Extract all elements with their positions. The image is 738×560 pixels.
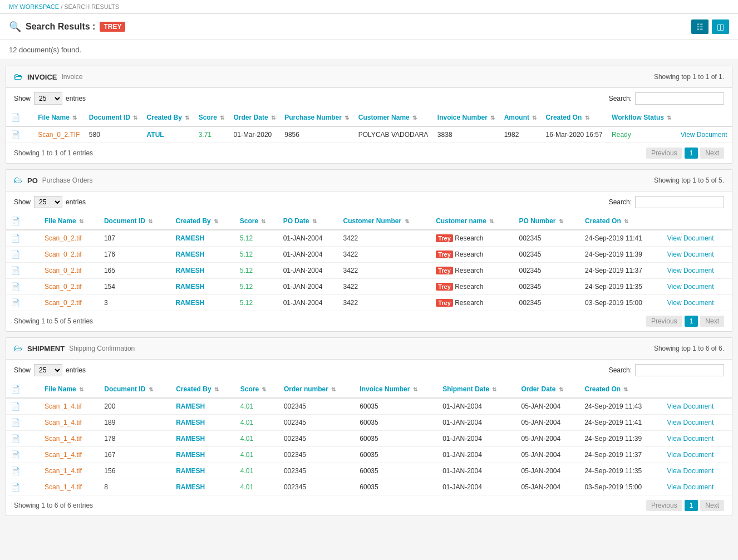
invoice-col-docid[interactable]: Document ID ⇅: [85, 109, 142, 126]
shipment-view-doc-link[interactable]: View Document: [667, 402, 714, 410]
po-file-link[interactable]: Scan_0_2.tif: [45, 283, 82, 291]
po-col-createdby[interactable]: Created By ⇅: [171, 213, 235, 230]
po-view-doc-link[interactable]: View Document: [667, 250, 714, 258]
po-createdby-link[interactable]: RAMESH: [175, 283, 204, 291]
invoice-col-amount[interactable]: Amount ⇅: [500, 109, 542, 126]
po-file-link[interactable]: Scan_0_2.tif: [45, 250, 82, 258]
shipment-file-link[interactable]: Scan_1_4.tif: [45, 419, 82, 426]
po-col-docid[interactable]: Document ID ⇅: [100, 213, 171, 230]
po-createdby-link[interactable]: RAMESH: [175, 267, 204, 274]
list-view-button[interactable]: ◫: [712, 19, 729, 34]
po-entries-select[interactable]: 2550100: [34, 196, 62, 208]
po-col-customername[interactable]: Customer name ⇅: [431, 213, 514, 230]
invoice-search-input[interactable]: [635, 92, 724, 105]
po-row-podate: 01-JAN-2004: [279, 263, 339, 279]
po-view-doc-link[interactable]: View Document: [667, 283, 714, 291]
shipment-col-createdby[interactable]: Created By ⇅: [171, 381, 236, 398]
po-createdby-link[interactable]: RAMESH: [175, 234, 204, 242]
invoice-col-createdby[interactable]: Created By ⇅: [142, 109, 194, 126]
invoice-col-purchasenum[interactable]: Purchase Number ⇅: [280, 109, 354, 126]
shipment-createdby-link[interactable]: RAMESH: [176, 419, 205, 426]
invoice-table-row: 📄 Scan_0_2.TIF 580 ATUL 3.71 01-Mar-2020…: [6, 126, 732, 143]
po-view-doc-link[interactable]: View Document: [667, 234, 714, 242]
shipment-col-ordernum[interactable]: Order number ⇅: [279, 381, 355, 398]
po-col-podate[interactable]: PO Date ⇅: [279, 213, 339, 230]
po-col-filename[interactable]: File Name ⇅: [40, 213, 100, 230]
po-page-1-btn[interactable]: 1: [685, 316, 698, 327]
po-col-score[interactable]: Score ⇅: [235, 213, 279, 230]
shipment-col-invoicenum[interactable]: Invoice Number ⇅: [355, 381, 438, 398]
shipment-col-docid[interactable]: Document ID ⇅: [100, 381, 171, 398]
shipment-createdby-link[interactable]: RAMESH: [176, 435, 205, 443]
invoice-doc-type: INVOICE: [27, 73, 57, 81]
invoice-section-title: 🗁 INVOICE Invoice: [14, 72, 83, 82]
po-next-btn[interactable]: Next: [700, 316, 724, 327]
shipment-col-createdon[interactable]: Created On ⇅: [580, 381, 662, 398]
shipment-file-link[interactable]: Scan_1_4.tif: [45, 435, 82, 443]
shipment-col-shipmentdate[interactable]: Shipment Date ⇅: [438, 381, 516, 398]
shipment-view-doc-link[interactable]: View Document: [667, 483, 714, 491]
shipment-entries-select[interactable]: 2550100: [34, 364, 62, 376]
po-row-docid: 176: [100, 247, 171, 263]
shipment-view-doc-link[interactable]: View Document: [667, 419, 714, 426]
invoice-file-link[interactable]: Scan_0_2.TIF: [38, 131, 80, 139]
invoice-col-createdon[interactable]: Created On ⇅: [542, 109, 608, 126]
shipment-file-link[interactable]: Scan_1_4.tif: [45, 467, 82, 475]
shipment-view-doc-link[interactable]: View Document: [667, 467, 714, 475]
shipment-col-orderdate[interactable]: Order Date ⇅: [516, 381, 580, 398]
shipment-createdby-link[interactable]: RAMESH: [176, 451, 205, 459]
grid-view-button[interactable]: ☷: [691, 19, 709, 34]
po-col-createdon[interactable]: Created On ⇅: [580, 213, 663, 230]
invoice-view-doc-link[interactable]: View Document: [681, 131, 727, 139]
po-row-filename: Scan_0_2.tif: [40, 247, 100, 263]
shipment-createdby-link[interactable]: RAMESH: [176, 402, 205, 410]
invoice-prev-btn[interactable]: Previous: [646, 148, 682, 159]
po-file-link[interactable]: Scan_0_2.tif: [45, 234, 82, 242]
shipment-createdby-link[interactable]: RAMESH: [176, 467, 205, 475]
breadcrumb: MY WORKSPACE / SEARCH RESULTS: [0, 0, 738, 14]
breadcrumb-workspace[interactable]: MY WORKSPACE: [9, 3, 59, 10]
invoice-col-orderdate[interactable]: Order Date ⇅: [229, 109, 281, 126]
invoice-col-customername[interactable]: Customer Name ⇅: [354, 109, 433, 126]
shipment-row-createdby: RAMESH: [171, 398, 236, 415]
po-col-ponum[interactable]: PO Number ⇅: [514, 213, 580, 230]
po-row-filename: Scan_0_2.tif: [40, 295, 100, 311]
shipment-page-1-btn[interactable]: 1: [685, 500, 698, 511]
po-file-link[interactable]: Scan_0_2.tif: [45, 267, 82, 274]
invoice-col-score[interactable]: Score ⇅: [194, 109, 229, 126]
invoice-entries-select[interactable]: 2550100: [34, 92, 62, 105]
shipment-next-btn[interactable]: Next: [700, 500, 724, 511]
shipment-view-doc-link[interactable]: View Document: [667, 451, 714, 459]
shipment-row-filename: Scan_1_4.tif: [40, 415, 100, 431]
invoice-col-icon[interactable]: 📄: [6, 109, 24, 126]
po-row-customernum: 3422: [339, 263, 432, 279]
po-file-link[interactable]: Scan_0_2.tif: [45, 299, 82, 307]
breadcrumb-current: SEARCH RESULTS: [64, 3, 119, 10]
invoice-col-invoicenum[interactable]: Invoice Number ⇅: [433, 109, 500, 126]
shipment-file-link[interactable]: Scan_1_4.tif: [45, 451, 82, 459]
shipment-col-score[interactable]: Score ⇅: [236, 381, 279, 398]
po-col-customernum[interactable]: Customer Number ⇅: [339, 213, 432, 230]
po-prev-btn[interactable]: Previous: [646, 316, 682, 327]
shipment-file-link[interactable]: Scan_1_4.tif: [45, 402, 82, 410]
po-view-doc-link[interactable]: View Document: [667, 299, 714, 307]
invoice-page-1-btn[interactable]: 1: [685, 148, 698, 159]
po-createdby-link[interactable]: RAMESH: [175, 250, 204, 258]
invoice-next-btn[interactable]: Next: [700, 148, 724, 159]
po-search-input[interactable]: [635, 196, 724, 208]
invoice-createdby-link[interactable]: ATUL: [147, 131, 164, 139]
po-view-doc-link[interactable]: View Document: [667, 267, 714, 274]
po-createdby-link[interactable]: RAMESH: [175, 299, 204, 307]
shipment-createdby-link[interactable]: RAMESH: [176, 483, 205, 491]
shipment-row-icon: 📄: [6, 431, 29, 447]
invoice-col-filename[interactable]: File Name ⇅: [33, 109, 85, 126]
po-row-customernum: 3422: [339, 247, 432, 263]
shipment-col-filename[interactable]: File Name ⇅: [40, 381, 100, 398]
invoice-col-workflowstatus[interactable]: Workflow Status ⇅: [607, 109, 676, 126]
search-icon: 🔍: [9, 21, 21, 33]
shipment-view-doc-link[interactable]: View Document: [667, 435, 714, 443]
shipment-search-input[interactable]: [635, 364, 724, 376]
shipment-file-link[interactable]: Scan_1_4.tif: [45, 483, 82, 491]
shipment-row-orderdate: 05-JAN-2004: [516, 479, 580, 495]
shipment-prev-btn[interactable]: Previous: [646, 500, 682, 511]
